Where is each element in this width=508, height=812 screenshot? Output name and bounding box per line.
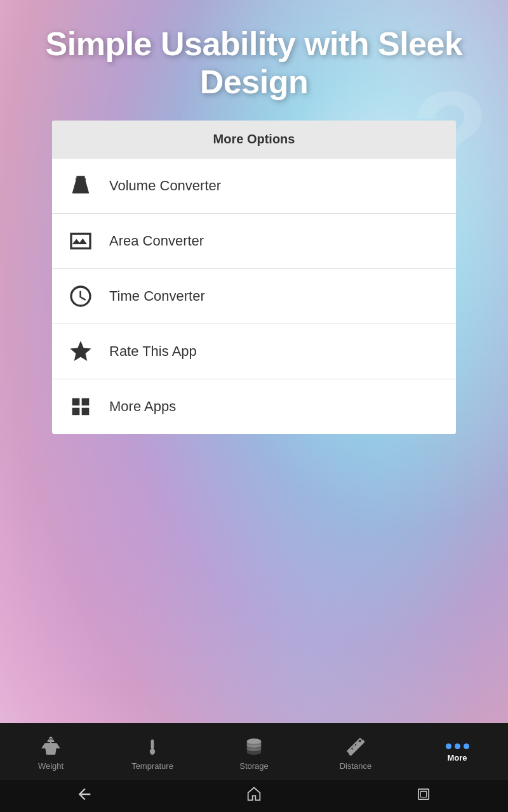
dot-1	[446, 743, 451, 749]
weight-icon	[40, 736, 62, 757]
system-bar	[0, 780, 508, 812]
distance-label: Distance	[340, 761, 372, 771]
more-label: More	[447, 753, 467, 763]
rate-app-label: Rate This App	[109, 343, 197, 360]
menu-item-rate-app[interactable]: Rate This App	[52, 324, 456, 379]
card-header: More Options	[52, 121, 456, 159]
area-converter-label: Area Converter	[109, 233, 204, 249]
nav-item-storage[interactable]: Storage	[203, 736, 305, 771]
nav-item-distance[interactable]: Distance	[305, 736, 406, 771]
menu-item-area-converter[interactable]: Area Converter	[52, 214, 456, 269]
time-converter-label: Time Converter	[109, 288, 205, 304]
area-icon	[65, 225, 97, 257]
menu-card: More Options Volume Converter	[52, 121, 456, 434]
apps-icon	[65, 391, 97, 422]
dot-2	[455, 743, 460, 749]
clock-icon	[65, 280, 97, 312]
nav-item-more[interactable]: More	[406, 743, 508, 763]
beaker-icon	[65, 170, 97, 202]
svg-point-4	[150, 749, 154, 754]
bottom-navigation: Weight Temprature Storage	[0, 723, 508, 812]
recents-button[interactable]	[415, 785, 432, 806]
svg-rect-11	[420, 791, 426, 797]
nav-item-temperature[interactable]: Temprature	[102, 736, 203, 771]
ruler-icon	[345, 736, 366, 757]
back-button[interactable]	[76, 785, 93, 806]
menu-item-volume-converter[interactable]: Volume Converter	[52, 159, 456, 214]
home-icon	[245, 785, 263, 803]
nav-bar: Weight Temprature Storage	[0, 723, 508, 780]
home-button[interactable]	[245, 785, 263, 806]
thermometer-icon	[142, 736, 163, 757]
volume-converter-label: Volume Converter	[109, 178, 221, 194]
recents-icon	[415, 785, 432, 803]
svg-rect-3	[151, 739, 154, 749]
card-body: Volume Converter Area Converter Time Con…	[52, 159, 456, 434]
svg-rect-10	[418, 789, 428, 799]
dot-3	[464, 743, 469, 749]
more-apps-label: More Apps	[109, 398, 176, 415]
nav-item-weight[interactable]: Weight	[0, 736, 102, 771]
weight-label: Weight	[38, 761, 64, 771]
star-icon	[65, 336, 97, 367]
temperature-label: Temprature	[131, 761, 173, 771]
page-title: Simple Usability with Sleek Design	[0, 0, 508, 121]
menu-item-time-converter[interactable]: Time Converter	[52, 269, 456, 324]
menu-item-more-apps[interactable]: More Apps	[52, 379, 456, 434]
storage-label: Storage	[239, 761, 269, 771]
back-icon	[76, 785, 93, 803]
more-dots	[446, 743, 469, 749]
storage-icon	[243, 736, 265, 757]
